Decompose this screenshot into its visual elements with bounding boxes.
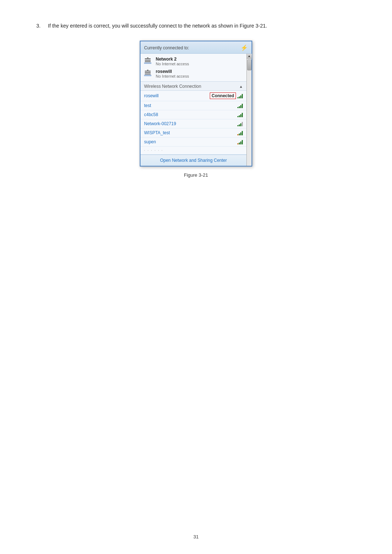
network-list-name-test: test [144, 103, 151, 108]
figure-wrapper: Currently connected to: ⚡ [29, 41, 363, 167]
connected-status-text: Connected [210, 93, 236, 99]
network-status-1: No Internet access [156, 62, 243, 66]
scrollbar-container: Network 2 No Internet access [140, 54, 252, 166]
network-icon-2 [144, 70, 153, 77]
signal-bars-c4bc58 [237, 112, 243, 117]
page-number: 31 [193, 534, 199, 539]
signal-bars-test [237, 103, 243, 108]
signal-bar-1 [237, 125, 238, 126]
network-list-name-wispta: WISPTA_test [144, 130, 170, 135]
signal-bar-4 [242, 94, 243, 98]
popup-footer[interactable]: Open Network and Sharing Center [140, 155, 246, 166]
signal-bar-2 [239, 134, 240, 135]
list-item-c4bc58[interactable]: c4bc58 [140, 110, 246, 119]
signal-bar-1 [237, 134, 238, 135]
signal-bar-2 [239, 106, 240, 108]
signal-bar-3 [240, 114, 241, 117]
page-content: 3. If the key entered is correct, you wi… [0, 0, 392, 207]
scrollbar-thumb[interactable] [247, 59, 252, 70]
signal-bar-1 [237, 107, 238, 108]
list-item-network002719[interactable]: Network-002719 [140, 119, 246, 128]
connected-badge: Connected [210, 93, 243, 99]
wireless-label: Wireless Network Connection [144, 84, 201, 89]
instruction-number: 3. [36, 22, 44, 30]
network-info-1: Network 2 No Internet access [156, 57, 243, 66]
signal-bar-4 [242, 122, 243, 126]
instruction-text: If the key entered is correct, you will … [48, 22, 267, 30]
network-list-name-network002719: Network-002719 [144, 121, 176, 126]
popup-body: Network 2 No Internet access [140, 54, 246, 166]
svg-marker-8 [144, 75, 151, 76]
signal-bars-supen [237, 140, 243, 144]
network-list-name-c4bc58: c4bc58 [144, 112, 158, 117]
figure-caption: Figure 3-21 [29, 172, 363, 178]
signal-bar-4 [242, 140, 243, 144]
network-info-2: rosewill No Internet access [156, 69, 243, 78]
signal-bars-network002719 [237, 122, 243, 126]
signal-bar-3 [240, 141, 241, 144]
connected-network-2: rosewill No Internet access [144, 69, 243, 78]
popup-header-title: Currently connected to: [144, 45, 189, 50]
popup-header: Currently connected to: ⚡ [140, 41, 252, 54]
signal-bar-1 [237, 97, 238, 98]
signal-bar-4 [242, 113, 243, 117]
network-list: rosewill Connected [140, 91, 246, 155]
network-list-name-supen: supen [144, 139, 156, 144]
list-item-wispta[interactable]: WISPTA_test [140, 128, 246, 138]
signal-bar-2 [239, 124, 240, 126]
list-item-test[interactable]: test [140, 101, 246, 110]
signal-bar-3 [240, 105, 241, 108]
signal-bar-1 [237, 116, 238, 117]
svg-marker-3 [144, 62, 151, 64]
popup-scrollbar[interactable]: ▲ [246, 54, 252, 166]
network-status-2: No Internet access [156, 74, 243, 78]
signal-bar-1 [237, 143, 238, 144]
signal-bars-wispta [237, 131, 243, 135]
dotted-separator: · · · · · · [140, 147, 246, 155]
network-name-1: Network 2 [156, 57, 243, 62]
signal-bar-2 [239, 143, 240, 144]
svg-marker-9 [147, 70, 148, 71]
signal-bar-3 [240, 123, 241, 126]
signal-bar-2 [239, 97, 240, 98]
network-list-name-rosewill: rosewill [144, 93, 159, 98]
connected-section: Network 2 No Internet access [140, 54, 246, 82]
wireless-chevron-icon: ▲ [239, 85, 243, 89]
signal-bar-3 [240, 132, 241, 135]
connected-network-1: Network 2 No Internet access [144, 57, 243, 66]
network-popup: Currently connected to: ⚡ [140, 41, 252, 167]
signal-bar-4 [242, 131, 243, 135]
open-network-sharing-link[interactable]: Open Network and Sharing Center [160, 158, 227, 163]
wireless-section-header: Wireless Network Connection ▲ [140, 82, 246, 91]
signal-bar-2 [239, 115, 240, 117]
signal-bar-4 [242, 104, 243, 108]
list-item-rosewill[interactable]: rosewill Connected [140, 91, 246, 101]
svg-marker-4 [147, 57, 148, 59]
network-name-2: rosewill [156, 69, 243, 74]
signal-bar-3 [240, 95, 241, 98]
list-item-supen[interactable]: supen [140, 138, 246, 147]
network-connect-icon: ⚡ [241, 44, 248, 51]
scrollbar-up-button[interactable]: ▲ [247, 54, 252, 59]
network-icon-1 [144, 57, 153, 65]
instruction-block: 3. If the key entered is correct, you wi… [36, 22, 363, 30]
signal-bars-rosewill [237, 94, 243, 98]
